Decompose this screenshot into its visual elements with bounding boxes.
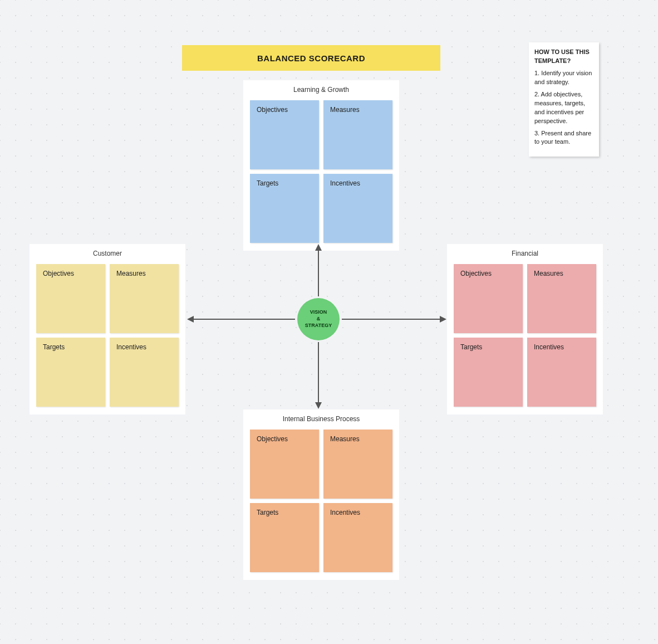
center-vision-strategy[interactable]: VISION & STRATEGY: [297, 298, 340, 340]
quadrant-internal-business[interactable]: Internal Business Process Objectives Mea…: [243, 409, 399, 580]
center-text-line3: STRATEGY: [305, 323, 332, 328]
card-measures[interactable]: Measures: [323, 430, 392, 499]
quadrant-learning-growth[interactable]: Learning & Growth Objectives Measures Ta…: [243, 80, 399, 251]
card-measures[interactable]: Measures: [110, 264, 179, 333]
help-step-2: 2. Add objectives, measures, targets, an…: [534, 90, 593, 126]
card-incentives[interactable]: Incentives: [110, 338, 179, 407]
card-incentives[interactable]: Incentives: [527, 338, 596, 407]
card-objectives[interactable]: Objectives: [250, 100, 319, 169]
quadrant-title: Learning & Growth: [250, 86, 392, 95]
quadrant-financial[interactable]: Financial Objectives Measures Targets In…: [447, 244, 603, 414]
help-step-3: 3. Present and share to your team.: [534, 129, 593, 147]
center-text-line1: VISION: [310, 309, 327, 315]
help-card-title: HOW TO USE THIS TEMPLATE?: [534, 48, 593, 66]
card-targets[interactable]: Targets: [36, 338, 105, 407]
card-objectives[interactable]: Objectives: [454, 264, 523, 333]
title-banner[interactable]: BALANCED SCORECARD: [182, 45, 440, 71]
card-targets[interactable]: Targets: [250, 174, 319, 243]
card-measures[interactable]: Measures: [527, 264, 596, 333]
card-objectives[interactable]: Objectives: [250, 430, 319, 499]
card-incentives[interactable]: Incentives: [323, 174, 392, 243]
quadrant-title: Internal Business Process: [250, 415, 392, 424]
help-card[interactable]: HOW TO USE THIS TEMPLATE? 1. Identify yo…: [529, 42, 599, 157]
quadrant-title: Financial: [454, 250, 596, 258]
card-measures[interactable]: Measures: [323, 100, 392, 169]
center-text-line2: &: [317, 316, 321, 321]
quadrant-customer[interactable]: Customer Objectives Measures Targets Inc…: [30, 244, 185, 414]
card-targets[interactable]: Targets: [250, 503, 319, 572]
card-targets[interactable]: Targets: [454, 338, 523, 407]
card-incentives[interactable]: Incentives: [323, 503, 392, 572]
help-step-1: 1. Identify your vision and strategy.: [534, 69, 593, 87]
quadrant-title: Customer: [36, 250, 179, 258]
card-objectives[interactable]: Objectives: [36, 264, 105, 333]
